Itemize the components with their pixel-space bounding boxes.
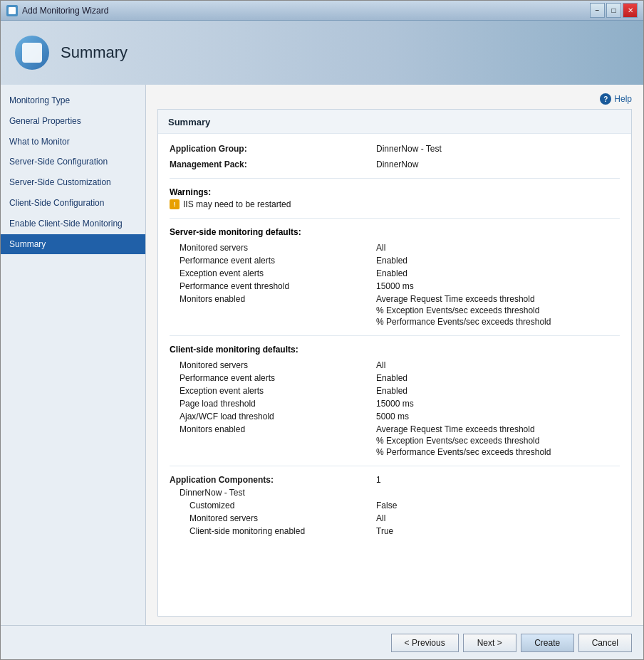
mgmt-pack-row: Management Pack: DinnerNow: [170, 159, 620, 169]
server-exception-value: Enabled: [376, 268, 407, 278]
warning-icon: !: [170, 199, 180, 209]
client-monitor-3: % Performance Events/sec exceeds thresho…: [376, 447, 551, 457]
sidebar-item-server-side-config[interactable]: Server-Side Configuration: [1, 152, 145, 172]
maximize-button[interactable]: □: [606, 3, 621, 18]
content-area: Monitoring Type General Properties What …: [1, 85, 643, 625]
wizard-window: Add Monitoring Wizard − □ ✕ Summary Moni…: [0, 0, 644, 660]
summary-panel-title: Summary: [158, 110, 631, 134]
server-threshold-label: Performance event threshold: [180, 281, 376, 291]
client-perf-label: Performance event alerts: [180, 373, 376, 383]
next-button[interactable]: Next >: [463, 634, 516, 652]
header-title: Summary: [61, 43, 128, 62]
client-monitors-values: Average Request Time exceeds threshold %…: [376, 424, 551, 457]
title-bar: Add Monitoring Wizard − □ ✕: [1, 1, 643, 21]
client-perf-value: Enabled: [376, 373, 407, 383]
monitored-servers-value: All: [376, 513, 385, 523]
client-monitor-1: Average Request Time exceeds threshold: [376, 424, 551, 434]
client-monitored-row: Monitored servers All: [180, 360, 620, 370]
wizard-header: Summary: [1, 21, 643, 85]
server-exception-label: Exception event alerts: [180, 268, 376, 278]
server-monitored-label: Monitored servers: [180, 243, 376, 253]
sidebar-item-server-side-custom[interactable]: Server-Side Customization: [1, 172, 145, 193]
customized-row: Customized False: [180, 501, 620, 510]
client-exception-row: Exception event alerts Enabled: [180, 386, 620, 396]
app-group-row: Application Group: DinnerNow - Test: [170, 144, 620, 154]
server-monitors-values: Average Request Time exceeds threshold %…: [376, 294, 551, 327]
client-monitoring-row: Client-side monitoring enabled True: [180, 526, 620, 536]
server-perf-row: Performance event alerts Enabled: [180, 256, 620, 266]
mgmt-pack-value: DinnerNow: [376, 159, 418, 169]
client-defaults-header: Client-side monitoring defaults:: [170, 345, 620, 355]
app-group-value: DinnerNow - Test: [376, 144, 442, 154]
customized-value: False: [376, 501, 397, 510]
client-exception-label: Exception event alerts: [180, 386, 376, 396]
server-perf-value: Enabled: [376, 256, 407, 266]
create-button[interactable]: Create: [521, 634, 574, 652]
client-monitoring-value: True: [376, 526, 393, 536]
client-defaults-section: Client-side monitoring defaults: Monitor…: [170, 345, 620, 457]
server-monitors-label: Monitors enabled: [180, 294, 376, 327]
sidebar: Monitoring Type General Properties What …: [1, 85, 146, 625]
client-monitored-value: All: [376, 360, 385, 370]
main-content: ? Help Summary Application Group: Dinner…: [146, 85, 643, 625]
divider-2: [170, 218, 620, 219]
server-exception-row: Exception event alerts Enabled: [180, 268, 620, 278]
sidebar-item-general-properties[interactable]: General Properties: [1, 111, 145, 132]
warning-text-row: ! IIS may need to be restarted: [170, 199, 620, 209]
client-monitoring-label: Client-side monitoring enabled: [180, 526, 376, 536]
server-monitor-3: % Performance Events/sec exceeds thresho…: [376, 317, 551, 327]
client-page-load-label: Page load threshold: [180, 399, 376, 409]
monitored-servers-row: Monitored servers All: [180, 513, 620, 523]
sidebar-item-enable-client-side[interactable]: Enable Client-Side Monitoring: [1, 214, 145, 234]
server-threshold-value: 15000 ms: [376, 281, 414, 291]
sidebar-item-monitoring-type[interactable]: Monitoring Type: [1, 90, 145, 111]
client-page-load-value: 15000 ms: [376, 399, 414, 409]
help-link[interactable]: ? Help: [600, 93, 632, 105]
sidebar-item-what-to-monitor[interactable]: What to Monitor: [1, 132, 145, 152]
app-components-label: Application Components:: [170, 475, 376, 485]
wizard-footer: < Previous Next > Create Cancel: [1, 625, 643, 659]
warnings-row: Warnings: ! IIS may need to be restarted: [170, 187, 620, 209]
header-icon-inner: [22, 43, 42, 63]
client-monitored-label: Monitored servers: [180, 360, 376, 370]
cancel-button[interactable]: Cancel: [578, 634, 632, 652]
previous-button[interactable]: < Previous: [391, 634, 459, 652]
client-exception-value: Enabled: [376, 386, 407, 396]
warnings-label: Warnings:: [170, 187, 620, 197]
monitored-servers-label: Monitored servers: [180, 513, 376, 523]
server-defaults-header: Server-side monitoring defaults:: [170, 227, 620, 237]
server-monitored-row: Monitored servers All: [180, 243, 620, 253]
client-ajax-row: Ajax/WCF load threshold 5000 ms: [180, 412, 620, 421]
close-button[interactable]: ✕: [623, 3, 638, 18]
app-components-value: 1: [376, 475, 381, 485]
server-monitors-row: Monitors enabled Average Request Time ex…: [180, 294, 620, 327]
summary-section: Summary Application Group: DinnerNow - T…: [157, 109, 632, 617]
server-monitor-2: % Exception Events/sec exceeds threshold: [376, 305, 551, 315]
client-monitors-row: Monitors enabled Average Request Time ex…: [180, 424, 620, 457]
app-components-row: Application Components: 1: [170, 475, 620, 485]
app-group-label: Application Group:: [170, 144, 376, 154]
warning-message: IIS may need to be restarted: [183, 199, 291, 209]
sidebar-item-client-side-config[interactable]: Client-Side Configuration: [1, 193, 145, 214]
client-page-load-row: Page load threshold 15000 ms: [180, 399, 620, 409]
client-monitors-label: Monitors enabled: [180, 424, 376, 457]
window-icon: [6, 5, 18, 16]
mgmt-pack-label: Management Pack:: [170, 159, 376, 169]
help-row: ? Help: [157, 93, 632, 105]
customized-label: Customized: [180, 501, 376, 510]
server-defaults-section: Server-side monitoring defaults: Monitor…: [170, 227, 620, 327]
divider-4: [170, 466, 620, 466]
server-threshold-row: Performance event threshold 15000 ms: [180, 281, 620, 291]
summary-body: Application Group: DinnerNow - Test Mana…: [158, 134, 631, 549]
sidebar-item-summary[interactable]: Summary: [1, 234, 145, 255]
client-perf-row: Performance event alerts Enabled: [180, 373, 620, 383]
header-icon: [15, 36, 49, 70]
component-name-row: DinnerNow - Test: [180, 488, 620, 498]
divider-3: [170, 335, 620, 336]
minimize-button[interactable]: −: [590, 3, 605, 18]
help-icon: ?: [600, 93, 611, 105]
client-ajax-value: 5000 ms: [376, 412, 409, 421]
component-name: DinnerNow - Test: [180, 488, 376, 498]
server-monitor-1: Average Request Time exceeds threshold: [376, 294, 551, 304]
client-ajax-label: Ajax/WCF load threshold: [180, 412, 376, 421]
